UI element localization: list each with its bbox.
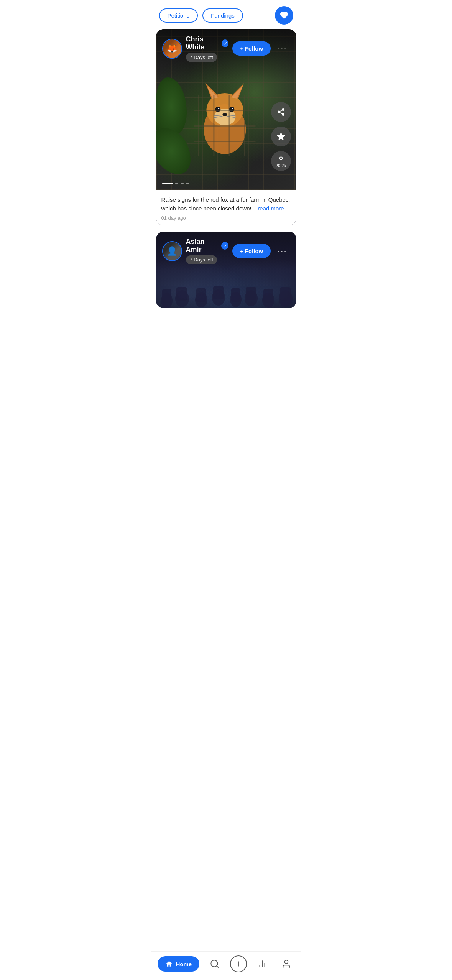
search-nav-icon (210, 959, 220, 969)
svg-marker-3 (207, 86, 218, 99)
bottom-navigation: Home (151, 951, 301, 980)
verified-icon-1 (222, 39, 228, 47)
svg-point-9 (218, 108, 219, 109)
count-icon (277, 154, 285, 163)
card-time-1: 01 day ago (161, 215, 291, 222)
share-button-1[interactable] (271, 102, 291, 122)
svg-point-29 (279, 157, 282, 159)
read-more-link-1[interactable]: read more (258, 205, 284, 212)
add-button[interactable] (230, 955, 247, 972)
profile-nav-icon (281, 959, 291, 969)
count-button-1[interactable]: 20.2k (271, 151, 291, 171)
card-text-1: Raise signs for the red fox at a fur far… (156, 190, 296, 225)
user-name-2: Aslan Amir (186, 238, 219, 254)
dot-1 (162, 183, 173, 184)
svg-point-10 (232, 108, 233, 109)
svg-rect-33 (176, 287, 187, 301)
card-description-1: Raise signs for the red fox at a fur far… (161, 196, 291, 213)
image-dots-1 (162, 183, 189, 184)
user-info-2: Aslan Amir 7 Days left (186, 238, 228, 264)
dot-3 (181, 183, 184, 184)
card-header-1: 🦊 Chris White 7 Days left + Follow ··· (156, 29, 296, 68)
svg-line-47 (217, 966, 219, 968)
chart-nav-icon (257, 959, 267, 969)
home-icon (165, 960, 173, 968)
svg-rect-37 (213, 286, 224, 299)
svg-rect-41 (246, 287, 256, 300)
svg-rect-45 (280, 287, 291, 301)
add-icon (234, 960, 243, 968)
more-options-button-2[interactable]: ··· (274, 245, 290, 258)
follow-button-2[interactable]: + Follow (232, 244, 271, 258)
chart-nav-button[interactable] (254, 955, 271, 972)
svg-rect-20 (194, 110, 255, 111)
fundings-tab[interactable]: Fundings (202, 8, 243, 23)
days-badge-2: 7 Days left (186, 255, 217, 264)
dot-2 (175, 183, 178, 184)
svg-line-26 (279, 112, 282, 114)
verified-icon-2 (221, 242, 228, 250)
search-nav-button[interactable] (206, 955, 223, 972)
dot-4 (186, 183, 189, 184)
bookmark-button-1[interactable] (271, 127, 291, 146)
svg-rect-39 (231, 288, 240, 302)
side-actions-1: 20.2k (271, 102, 291, 171)
svg-rect-35 (196, 288, 206, 302)
user-name-1: Chris White (186, 35, 220, 51)
svg-rect-21 (194, 125, 255, 127)
svg-line-27 (279, 110, 282, 112)
profile-nav-button[interactable] (278, 955, 295, 972)
svg-marker-28 (277, 133, 284, 140)
svg-point-24 (278, 111, 280, 113)
share-icon (277, 108, 285, 116)
follow-button-1[interactable]: + Follow (232, 41, 271, 56)
petition-card-2: 👤 Aslan Amir 7 Days left + Follow ··· (156, 232, 296, 308)
petition-card-1: 🦊 Chris White 7 Days left + Follow ··· (156, 29, 296, 225)
bookmark-icon (277, 132, 285, 141)
svg-point-53 (284, 960, 288, 964)
user-info-1: Chris White 7 Days left (186, 35, 228, 62)
more-options-button-1[interactable]: ··· (274, 42, 290, 55)
heart-button[interactable] (275, 6, 293, 25)
svg-rect-22 (194, 141, 255, 142)
svg-point-46 (211, 960, 218, 967)
svg-point-23 (282, 109, 284, 111)
svg-marker-5 (231, 86, 242, 99)
card-header-2: 👤 Aslan Amir 7 Days left + Follow ··· (156, 232, 296, 270)
avatar-1: 🦊 (162, 39, 182, 59)
fox-illustration (190, 72, 259, 156)
heart-icon (279, 11, 289, 20)
svg-rect-43 (263, 289, 273, 303)
svg-point-25 (282, 113, 284, 116)
petitions-tab[interactable]: Petitions (159, 8, 198, 23)
avatar-2: 👤 (162, 241, 182, 261)
home-button[interactable]: Home (158, 956, 200, 972)
days-badge-1: 7 Days left (186, 53, 217, 62)
svg-rect-31 (162, 289, 171, 303)
action-count-1: 20.2k (276, 163, 286, 168)
top-navigation: Petitions Fundings (151, 0, 301, 29)
svg-point-11 (222, 113, 227, 116)
